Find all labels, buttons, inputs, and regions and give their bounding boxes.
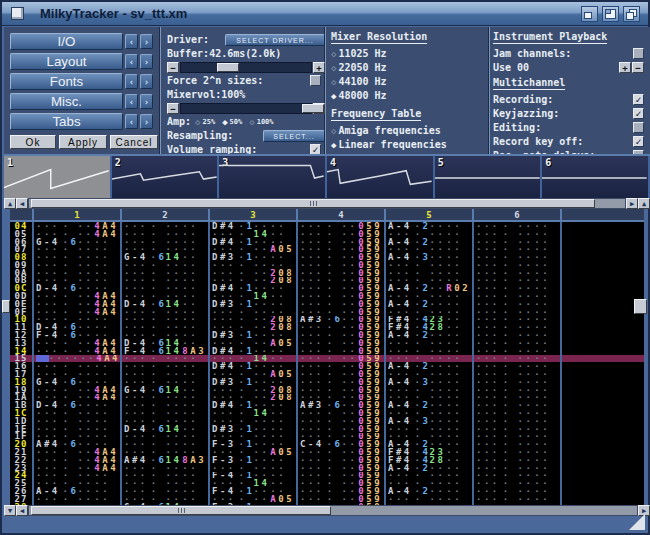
pattern-cell[interactable]: F#4·423··: [384, 316, 472, 324]
pattern-cell[interactable]: A-4·2····: [384, 300, 472, 308]
pattern-cell[interactable]: ········: [472, 417, 560, 425]
pattern-cell[interactable]: G-4·614··: [120, 386, 208, 394]
pattern-row[interactable]: 09······························059·····…: [10, 261, 644, 269]
pattern-cell[interactable]: ········: [120, 284, 208, 292]
minimize-button[interactable]: [581, 6, 598, 22]
pattern-cell[interactable]: D-4·614··: [120, 425, 208, 433]
pattern-row[interactable]: 0D······4A4············14········059····…: [10, 292, 644, 300]
pattern-row[interactable]: 1BD-4·6············D#4·1····A#3·6··059A-…: [10, 401, 644, 409]
pattern-row[interactable]: 17······················A05······059····…: [10, 370, 644, 378]
pattern-cell[interactable]: ······208: [208, 386, 296, 394]
resolution-radio-11025hz[interactable]: ◇: [331, 49, 336, 59]
pattern-row[interactable]: 27······················A05······059····…: [10, 495, 644, 503]
pattern-cell[interactable]: D#4·1····: [208, 238, 296, 246]
pattern-cell[interactable]: C-4·6··059: [296, 440, 384, 448]
pattern-cell[interactable]: D-4·614··: [120, 300, 208, 308]
pattern-row[interactable]: 0F······4A4······················059····…: [10, 308, 644, 316]
pattern-cell[interactable]: ······059: [296, 479, 384, 487]
tab-prev-icon[interactable]: ‹: [125, 74, 138, 89]
pattern-cell[interactable]: ········: [472, 378, 560, 386]
pattern-cell[interactable]: ········: [384, 339, 472, 347]
pattern-cell[interactable]: A-4·3····: [384, 417, 472, 425]
pattern-cell[interactable]: ········: [120, 245, 208, 253]
pattern-cell[interactable]: ········: [472, 339, 560, 347]
pattern-cell[interactable]: ········: [472, 300, 560, 308]
sample-scroll-track[interactable]: [28, 198, 626, 209]
pattern-cell[interactable]: ······A05: [208, 448, 296, 456]
pattern-cell[interactable]: ······059: [296, 323, 384, 331]
pattern-cell[interactable]: ········: [472, 347, 560, 355]
pattern-cell[interactable]: D-4·6····: [32, 401, 120, 409]
scroll-up-icon[interactable]: ▲: [4, 198, 16, 209]
pattern-cell[interactable]: D-4·6····: [32, 323, 120, 331]
pattern-scroll-thumb[interactable]: [31, 506, 331, 515]
pattern-cell[interactable]: ······059: [296, 362, 384, 370]
pattern-cell[interactable]: ········: [32, 316, 120, 324]
keyjazzing-checkbox[interactable]: ✓: [633, 108, 644, 119]
pattern-cell[interactable]: ········: [32, 253, 120, 261]
pattern-cell[interactable]: D#4·1····: [208, 362, 296, 370]
pattern-cell[interactable]: A-4·3····: [384, 378, 472, 386]
pattern-row[interactable]: 1E········D-4·614··D#3·1··········059···…: [10, 425, 644, 433]
pattern-cell[interactable]: G-4·614··: [120, 503, 208, 505]
scroll-right-icon[interactable]: ▶: [626, 198, 638, 209]
pattern-cell[interactable]: ········: [120, 261, 208, 269]
pattern-cell[interactable]: ········: [472, 425, 560, 433]
pattern-cell[interactable]: ········: [384, 495, 472, 503]
pattern-cell[interactable]: G-4·6····: [32, 378, 120, 386]
pattern-cell[interactable]: A-4·2····: [384, 487, 472, 495]
pattern-cell[interactable]: F-3·1····: [208, 503, 296, 505]
left-scroll-thumb[interactable]: [2, 300, 10, 313]
pattern-cell[interactable]: ········: [120, 370, 208, 378]
jam-channels-checkbox[interactable]: [633, 48, 644, 59]
pattern-cell[interactable]: ········: [32, 479, 120, 487]
pattern-row[interactable]: 0A······················208······059····…: [10, 269, 644, 277]
pattern-cell[interactable]: ········: [472, 355, 560, 363]
force-sizes-checkbox[interactable]: [310, 75, 321, 86]
pattern-cell[interactable]: ······4A4: [32, 292, 120, 300]
tab-button-tabs[interactable]: Tabs: [10, 113, 123, 130]
pattern-cell[interactable]: ········: [472, 479, 560, 487]
pattern-cell[interactable]: D#3·1····: [208, 425, 296, 433]
pattern-row[interactable]: 0B······················208······059····…: [10, 277, 644, 285]
pattern-cell[interactable]: ········: [120, 355, 208, 363]
pattern-cell[interactable]: ········: [472, 394, 560, 402]
pattern-cell[interactable]: ········: [384, 503, 472, 505]
pattern-cell[interactable]: ········: [384, 230, 472, 238]
pattern-cell[interactable]: ········: [472, 261, 560, 269]
pattern-cell[interactable]: ······4A4: [32, 230, 120, 238]
pattern-cell[interactable]: ········: [120, 409, 208, 417]
pattern-cell[interactable]: ········: [472, 401, 560, 409]
pattern-scroll-track[interactable]: [28, 505, 638, 516]
pattern-cell[interactable]: ········: [120, 292, 208, 300]
pattern-cell[interactable]: ······4A4: [32, 394, 120, 402]
scroll-left-icon[interactable]: ◀: [16, 505, 28, 516]
pattern-cell[interactable]: ········: [120, 448, 208, 456]
pattern-cell[interactable]: ········: [472, 495, 560, 503]
channel-header-3[interactable]: 3: [208, 209, 296, 220]
pattern-cell[interactable]: ······059: [296, 487, 384, 495]
pattern-cell[interactable]: ········: [384, 269, 472, 277]
pattern-cell[interactable]: ······059: [296, 277, 384, 285]
pattern-row[interactable]: 0E······4A4D-4·614··D#3·1··········059A-…: [10, 300, 644, 308]
mixervol-slider[interactable]: − +: [167, 102, 325, 114]
pattern-row[interactable]: 24················F-4·1··········059····…: [10, 472, 644, 480]
pattern-cell[interactable]: ········: [120, 323, 208, 331]
sample-panel-2[interactable]: 2: [112, 156, 220, 198]
pattern-cell[interactable]: ······059: [296, 425, 384, 433]
pattern-cell[interactable]: ········: [472, 308, 560, 316]
pattern-cell[interactable]: ········: [472, 487, 560, 495]
pattern-row[interactable]: 26A-4·6············F-4·1··········059A-4…: [10, 487, 644, 495]
channel-header-2[interactable]: 2: [120, 209, 208, 220]
pattern-cell[interactable]: F-4·6····: [32, 331, 120, 339]
pattern-cell[interactable]: A-4·2····: [384, 440, 472, 448]
pattern-cell[interactable]: ······059: [296, 261, 384, 269]
tab-prev-icon[interactable]: ‹: [125, 34, 138, 49]
pattern-cell[interactable]: ········: [472, 277, 560, 285]
pattern-cell[interactable]: ······059: [296, 300, 384, 308]
pattern-cell[interactable]: ········: [208, 308, 296, 316]
tab-next-icon[interactable]: ›: [140, 94, 153, 109]
sample-panel-6[interactable]: 6: [542, 156, 650, 198]
pattern-cell[interactable]: ····14··: [208, 292, 296, 300]
pattern-cell[interactable]: D#4·1····: [208, 401, 296, 409]
